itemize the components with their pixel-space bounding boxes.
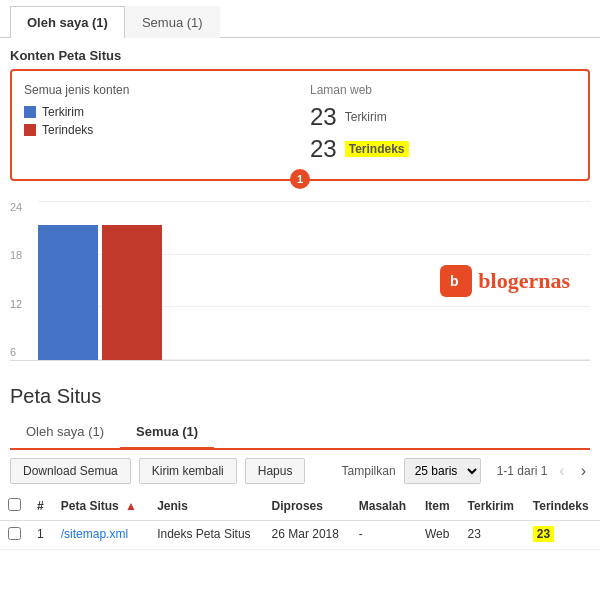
svg-text:b: b [450,273,459,289]
peta-situs-title: Peta Situs [0,371,600,416]
table-row: 1 /sitemap.xml Indeks Peta Situs 26 Mar … [0,521,600,550]
header-masalah: Masalah [351,492,417,521]
header-terkirim: Terkirim [460,492,525,521]
content-card: Semua jenis konten Terkirim Terindeks La… [10,69,590,181]
terindeks-highlighted: 23 [533,526,554,542]
bottom-tab-oleh-saya[interactable]: Oleh saya (1) [10,416,120,448]
y-label-12: 12 [10,298,30,310]
header-checkbox [0,492,29,521]
row-masalah: - [351,521,417,550]
top-tab-oleh-saya[interactable]: Oleh saya (1) [10,6,125,38]
legend-terindeks-label: Terindeks [42,123,93,137]
delete-button[interactable]: Hapus [245,458,306,484]
stat-number-terindeks: 23 [310,135,337,163]
stat-label-terkirim: Terkirim [345,110,387,124]
chart-y-labels: 6 12 18 24 [10,201,30,360]
y-label-18: 18 [10,249,30,261]
prev-page-button[interactable]: ‹ [555,462,568,480]
row-terkirim: 23 [460,521,525,550]
bar-blue [38,225,98,360]
rows-per-page-select[interactable]: 25 baris [404,458,481,484]
legend-terindeks: Terindeks [24,123,290,137]
row-jenis: Indeks Peta Situs [149,521,263,550]
stat-label-terindeks: Terindeks [345,141,409,157]
table-toolbar: Download Semua Kirim kembali Hapus Tampi… [0,450,600,492]
blogernas-text: blogernas [478,268,570,294]
row-peta-situs: /sitemap.xml [53,521,149,550]
row-num: 1 [29,521,53,550]
header-peta-situs: Peta Situs ▲ [53,492,149,521]
chart-area: 6 12 18 24 b blogernas [10,201,590,361]
sort-arrow-icon: ▲ [125,499,137,513]
stat-number-terkirim: 23 [310,103,337,131]
sitemap-link[interactable]: /sitemap.xml [61,527,128,541]
bottom-tab-semua[interactable]: Semua (1) [120,416,214,450]
header-diproses: Diproses [264,492,351,521]
next-page-button[interactable]: › [577,462,590,480]
blogernas-icon: b [440,265,472,297]
row-item: Web [417,521,460,550]
resend-button[interactable]: Kirim kembali [139,458,237,484]
legend-terkirim-label: Terkirim [42,105,84,119]
stat-row-terindeks: 23 Terindeks [310,135,576,163]
y-label-24: 24 [10,201,30,213]
table-header-row: # Peta Situs ▲ Jenis Diproses Masalah It… [0,492,600,521]
blogernas-svg-icon: b [446,271,466,291]
select-all-checkbox[interactable] [8,498,21,511]
pagination-info: 1-1 dari 1 [497,464,548,478]
row-checkbox[interactable] [8,527,21,540]
all-types-label: Semua jenis konten [24,83,290,97]
top-tabs-container: Oleh saya (1) Semua (1) [0,0,600,38]
data-table: # Peta Situs ▲ Jenis Diproses Masalah It… [0,492,600,550]
bottom-tabs-container: Oleh saya (1) Semua (1) [10,416,590,450]
header-item: Item [417,492,460,521]
legend-terkirim: Terkirim [24,105,290,119]
top-tab-semua[interactable]: Semua (1) [125,6,220,38]
row-terindeks: 23 [525,521,600,550]
header-jenis: Jenis [149,492,263,521]
card-stats: Laman web 23 Terkirim 23 Terindeks [310,83,576,167]
row-diproses: 26 Mar 2018 [264,521,351,550]
legend-dot-blue [24,106,36,118]
legend-dot-red [24,124,36,136]
card-legend: Semua jenis konten Terkirim Terindeks [24,83,290,167]
blogernas-logo: b blogernas [440,265,570,297]
stat-row-terkirim: 23 Terkirim [310,103,576,131]
bar-red [102,225,162,360]
web-label: Laman web [310,83,576,97]
section-title-konten: Konten Peta Situs [0,38,600,69]
row-checkbox-cell [0,521,29,550]
download-all-button[interactable]: Download Semua [10,458,131,484]
card-badge: 1 [290,169,310,189]
header-num: # [29,492,53,521]
show-label: Tampilkan [342,464,396,478]
header-terindeks: Terindeks [525,492,600,521]
y-label-6: 6 [10,346,30,358]
